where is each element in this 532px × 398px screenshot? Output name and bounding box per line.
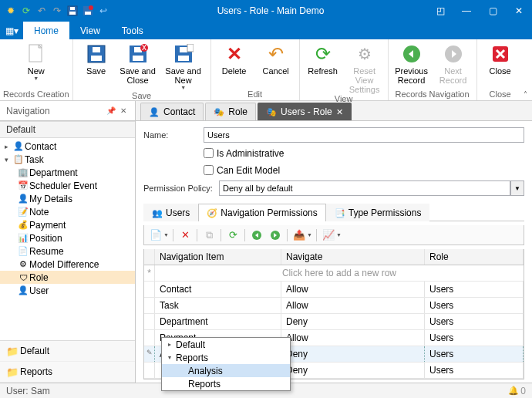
app-menu-icon[interactable]: ▦▾	[0, 25, 23, 36]
prev-record-button[interactable]: Previous Record	[392, 42, 432, 85]
popup-item-reports[interactable]: ▾Reports	[162, 351, 290, 364]
close-window-button[interactable]: ✕	[506, 0, 532, 22]
nav-item-department[interactable]: 🏢Department	[0, 166, 135, 179]
col-role[interactable]: Role	[425, 249, 524, 265]
new-button[interactable]: New ▼	[16, 42, 56, 82]
delete-row-button[interactable]: ✕	[177, 228, 194, 243]
nav-item-task[interactable]: ▾📋Task	[0, 153, 135, 166]
reset-view-button[interactable]: ⚙ Reset View Settings	[345, 42, 385, 94]
prev-button[interactable]	[248, 228, 265, 243]
sub-tabs: 👥Users 🧭Navigation Permissions 📑Type Per…	[143, 203, 524, 221]
nav-group-default[interactable]: Default	[0, 121, 135, 138]
ribbon: New ▼ Records Creation Save x Save and C…	[0, 39, 532, 101]
tab-tools[interactable]: Tools	[111, 22, 154, 39]
nav-item-position[interactable]: 📊Position	[0, 231, 135, 245]
notification-icon[interactable]: 🔔 0	[508, 386, 526, 396]
nav-item-note[interactable]: 📝Note	[0, 205, 135, 218]
popup-item-reports2[interactable]: Reports	[162, 377, 290, 390]
popup-item-default[interactable]: ▸Default	[162, 338, 290, 351]
pin-icon[interactable]: 📌	[104, 106, 118, 115]
undo-icon[interactable]: ↩	[97, 5, 109, 17]
grid-row[interactable]: ContactAllowUsers	[144, 282, 524, 298]
tab-close-icon[interactable]: ✕	[336, 107, 343, 117]
popup-item-analysis[interactable]: Analysis	[162, 364, 290, 377]
nav-item-resume[interactable]: 📄Resume	[0, 245, 135, 258]
svg-rect-10	[93, 47, 100, 52]
nav-bottom-reports[interactable]: 📁Reports	[0, 362, 135, 383]
save-close-icon[interactable]	[82, 5, 94, 17]
nav-item-contact[interactable]: ▸👤Contact	[0, 140, 135, 153]
save-button[interactable]: Save	[76, 42, 116, 76]
forward-icon[interactable]: ↷	[51, 5, 63, 17]
subtab-navperm[interactable]: 🧭Navigation Permissions	[198, 204, 325, 221]
export-button[interactable]: 📤	[291, 228, 308, 243]
delete-button[interactable]: ✕ Delete	[214, 42, 254, 76]
name-input[interactable]	[204, 127, 524, 143]
dept-icon: 🏢	[17, 167, 29, 177]
role-icon: 🛡	[17, 273, 29, 282]
col-navigate[interactable]: Navigate	[281, 249, 425, 265]
svg-rect-4	[85, 12, 91, 15]
delete-icon: ✕	[224, 43, 245, 65]
dropdown-icon[interactable]: ▼	[336, 232, 342, 238]
position-icon: 📊	[17, 233, 29, 243]
grid-row[interactable]: TaskAllowUsers	[144, 298, 524, 314]
nav-close-icon[interactable]: ✕	[118, 106, 129, 115]
nav-item-payment[interactable]: 💰Payment	[0, 218, 135, 231]
refresh-icon[interactable]: ⟳	[20, 5, 32, 17]
next-record-button[interactable]: Next Record	[433, 42, 473, 85]
svg-rect-2	[70, 7, 75, 10]
users-icon: 👥	[152, 208, 163, 218]
cell-role[interactable]: Users	[425, 346, 524, 362]
person-icon: 👤	[149, 107, 160, 117]
navperm-icon: 🧭	[207, 208, 217, 218]
grid-new-row[interactable]: * Click here to add a new row	[144, 265, 524, 282]
cell-navigate[interactable]: Deny	[281, 346, 425, 362]
grid-row[interactable]: DepartmentDenyUsers	[144, 314, 524, 330]
svg-rect-18	[180, 47, 187, 52]
doctab-contact[interactable]: 👤Contact	[140, 103, 204, 120]
nav-tree: ▸👤Contact ▾📋Task 🏢Department 📅Scheduler …	[0, 138, 135, 340]
next-button[interactable]	[267, 228, 284, 243]
nav-item-user[interactable]: 👤User	[0, 284, 135, 297]
doctab-role[interactable]: 🎭Role	[205, 103, 256, 120]
minimize-button[interactable]: —	[453, 0, 480, 22]
back-icon[interactable]: ↶	[35, 5, 48, 17]
maximize-button[interactable]: ▢	[480, 0, 506, 22]
policy-input[interactable]	[219, 180, 510, 196]
dropdown-icon[interactable]: ▼	[307, 232, 313, 238]
svg-rect-17	[178, 56, 189, 61]
tab-home[interactable]: Home	[23, 22, 69, 39]
close-button[interactable]: Close	[480, 42, 520, 76]
policy-dropdown-button[interactable]: ▼	[510, 180, 524, 196]
nav-item-mydetails[interactable]: 👤My Details	[0, 192, 135, 205]
refresh-grid-button[interactable]: ⟳	[224, 228, 241, 243]
subtab-typeperm[interactable]: 📑Type Permissions	[326, 204, 430, 221]
save-icon[interactable]	[66, 5, 79, 17]
svg-rect-1	[69, 12, 76, 15]
save-new-button[interactable]: Save and New ▼	[160, 42, 207, 91]
col-navigation-item[interactable]: Navigation Item	[155, 249, 281, 265]
copy-button[interactable]: ⧉	[200, 228, 217, 243]
nav-bottom-default[interactable]: 📁Default	[0, 341, 135, 362]
row-selector-header[interactable]	[144, 249, 155, 265]
chart-button[interactable]: 📈	[320, 228, 337, 243]
new-row-button[interactable]: 📄	[147, 228, 164, 243]
subtab-users[interactable]: 👥Users	[143, 204, 198, 221]
status-user: User: Sam	[6, 386, 50, 396]
ribbon-expand-icon[interactable]: ˄	[524, 90, 527, 99]
help-icon[interactable]: ◰	[427, 0, 453, 22]
gear-icon[interactable]: ✹	[5, 5, 17, 17]
nav-item-modeldiff[interactable]: ⚙Model Difference	[0, 258, 135, 271]
can-edit-checkbox[interactable]	[204, 165, 214, 175]
nav-item-scheduler[interactable]: 📅Scheduler Event	[0, 179, 135, 192]
doctab-users-role[interactable]: 🎭Users - Role✕	[258, 103, 352, 120]
refresh-button[interactable]: ⟳ Refresh	[303, 42, 343, 76]
is-admin-checkbox[interactable]	[204, 148, 214, 158]
save-close-button[interactable]: x Save and Close	[118, 42, 158, 85]
nav-item-role[interactable]: 🛡Role	[0, 271, 135, 284]
folder-icon: 📁	[6, 366, 20, 378]
dropdown-icon[interactable]: ▼	[163, 232, 170, 238]
cancel-button[interactable]: ↶ Cancel	[256, 42, 296, 76]
tab-view[interactable]: View	[69, 22, 111, 39]
